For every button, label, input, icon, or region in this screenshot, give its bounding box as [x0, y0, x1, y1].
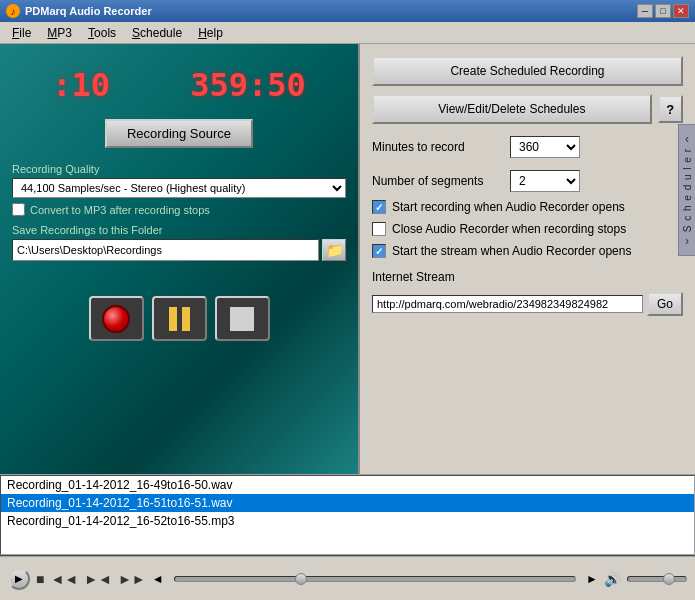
stop-playback-button[interactable]: ■ — [36, 571, 44, 587]
close-button[interactable]: ✕ — [673, 4, 689, 18]
volume-thumb[interactable] — [663, 573, 675, 585]
maximize-button[interactable]: □ — [655, 4, 671, 18]
record-button[interactable] — [89, 296, 144, 341]
quality-label: Recording Quality — [12, 163, 346, 175]
menu-mp3[interactable]: MP3 — [39, 24, 80, 42]
window-content: :10 359:50 Recording Source Recording Qu… — [0, 44, 695, 600]
record-icon — [102, 305, 130, 333]
view-edit-button[interactable]: View/Edit/Delete Schedules — [372, 94, 652, 124]
stop-icon — [230, 307, 254, 331]
segments-label: Number of segments — [372, 174, 502, 188]
folder-input[interactable] — [12, 239, 319, 261]
convert-checkbox-row[interactable]: Convert to MP3 after recording stops — [12, 203, 346, 216]
minutes-label: Minutes to record — [372, 140, 502, 154]
seek-thumb[interactable] — [295, 573, 307, 585]
title-bar: ♪ PDMarq Audio Recorder ─ □ ✕ — [0, 0, 695, 22]
pause-icon — [169, 307, 190, 331]
list-item[interactable]: Recording_01-14-2012_16-51to16-51.wav — [1, 494, 694, 512]
segments-select[interactable]: 2 — [510, 170, 580, 192]
pause-bar-right — [182, 307, 190, 331]
help-button[interactable]: ? — [658, 95, 683, 123]
option-label-1: Start recording when Audio Recorder open… — [392, 200, 625, 214]
scheduler-tab[interactable]: ‹ S c h e d u l e r › — [678, 124, 695, 256]
convert-checkbox[interactable] — [12, 203, 25, 216]
timer-row: :10 359:50 — [12, 66, 346, 104]
transport-controls — [89, 296, 270, 341]
menu-file[interactable]: File — [4, 24, 39, 42]
option-row-1: ✓ Start recording when Audio Recorder op… — [372, 200, 683, 214]
folder-label: Save Recordings to this Folder — [12, 224, 346, 236]
timer-elapsed: :10 — [52, 66, 110, 104]
pause-bar-left — [169, 307, 177, 331]
left-panel: :10 359:50 Recording Source Recording Qu… — [0, 44, 360, 474]
list-item[interactable]: Recording_01-14-2012_16-52to16-55.mp3 — [1, 512, 694, 530]
stream-label: Internet Stream — [372, 270, 683, 284]
menu-help[interactable]: Help — [190, 24, 231, 42]
main-panels: :10 359:50 Recording Source Recording Qu… — [0, 44, 695, 475]
go-button[interactable]: Go — [647, 292, 683, 316]
menu-bar: File MP3 Tools Schedule Help — [0, 22, 695, 44]
volume-slider[interactable] — [627, 576, 687, 582]
segments-row: Number of segments 2 — [372, 170, 683, 192]
folder-section: Save Recordings to this Folder 📁 — [12, 224, 346, 261]
stop-button[interactable] — [215, 296, 270, 341]
stream-input[interactable] — [372, 295, 643, 313]
scroll-left-icon: ◄ — [152, 572, 164, 586]
playback-bar: ▶ ■ ◄◄ ►◄ ►► ◄ ► 🔊 — [0, 555, 695, 600]
menu-schedule[interactable]: Schedule — [124, 24, 190, 42]
checkbox-check-3: ✓ — [375, 246, 383, 257]
file-list: Recording_01-14-2012_16-49to16-50.wav Re… — [0, 475, 695, 555]
list-item[interactable]: Recording_01-14-2012_16-49to16-50.wav — [1, 476, 694, 494]
option-label-2: Close Audio Recorder when recording stop… — [392, 222, 626, 236]
convert-label: Convert to MP3 after recording stops — [30, 204, 210, 216]
option-checkbox-2[interactable] — [372, 222, 386, 236]
scheduler-arrow-top: ‹ — [685, 132, 690, 146]
minimize-button[interactable]: ─ — [637, 4, 653, 18]
window-controls: ─ □ ✕ — [637, 4, 689, 18]
fwd-button[interactable]: ►► — [118, 571, 146, 587]
seek-slider[interactable] — [174, 576, 577, 582]
option-label-3: Start the stream when Audio Recorder ope… — [392, 244, 631, 258]
quality-select[interactable]: 44,100 Samples/sec - Stereo (Highest qua… — [12, 178, 346, 198]
volume-button[interactable]: 🔊 — [604, 571, 621, 587]
folder-browse-button[interactable]: 📁 — [322, 239, 346, 261]
window-title: PDMarq Audio Recorder — [25, 5, 637, 17]
option-checkbox-3[interactable]: ✓ — [372, 244, 386, 258]
scheduler-tab-label: S c h e d u l e r — [682, 148, 693, 232]
scheduler-arrow-bottom: › — [685, 234, 690, 248]
create-schedule-button[interactable]: Create Scheduled Recording — [372, 56, 683, 86]
view-edit-row: View/Edit/Delete Schedules ? — [372, 94, 683, 124]
minutes-row: Minutes to record 360 — [372, 136, 683, 158]
checkbox-check-1: ✓ — [375, 202, 383, 213]
menu-tools[interactable]: Tools — [80, 24, 124, 42]
option-row-3: ✓ Start the stream when Audio Recorder o… — [372, 244, 683, 258]
pause-button[interactable] — [152, 296, 207, 341]
play-button[interactable]: ▶ — [8, 568, 30, 590]
option-row-2: Close Audio Recorder when recording stop… — [372, 222, 683, 236]
option-checkbox-1[interactable]: ✓ — [372, 200, 386, 214]
prev-button[interactable]: ◄◄ — [50, 571, 78, 587]
timer-remaining: 359:50 — [190, 66, 306, 104]
minutes-select[interactable]: 360 — [510, 136, 580, 158]
recording-source-button[interactable]: Recording Source — [105, 119, 253, 148]
stream-row: Go — [372, 292, 683, 316]
folder-row: 📁 — [12, 239, 346, 261]
scroll-right-icon: ► — [586, 572, 598, 586]
seek-scroll-left[interactable]: ◄ — [152, 572, 164, 586]
next-button[interactable]: ►◄ — [84, 571, 112, 587]
app-icon: ♪ — [6, 4, 20, 18]
seek-scroll-right[interactable]: ► — [586, 572, 598, 586]
quality-section: Recording Quality 44,100 Samples/sec - S… — [12, 163, 346, 216]
right-panel: Create Scheduled Recording View/Edit/Del… — [360, 44, 695, 474]
